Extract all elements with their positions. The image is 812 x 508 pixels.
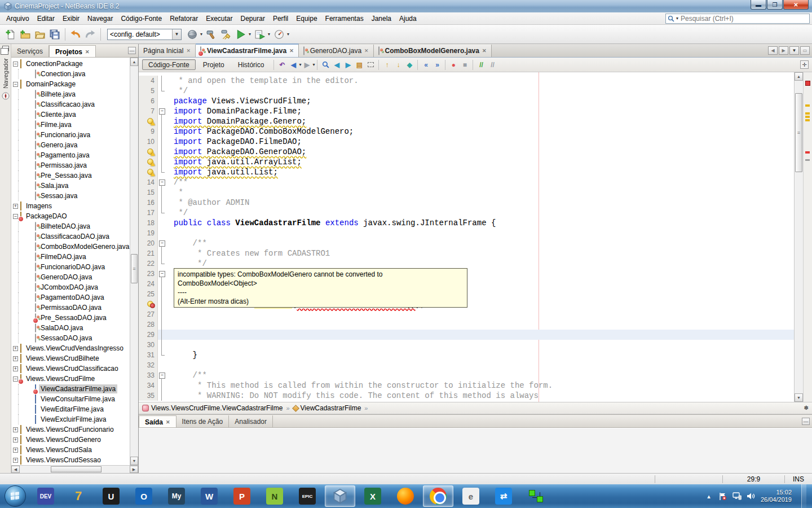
- collapse-handle-icon[interactable]: −: [13, 376, 18, 382]
- menu-refatorar[interactable]: Refatorar: [166, 13, 202, 24]
- editor-tab-comboboxmodelgenero-java[interactable]: ComboBoxModelGenero.java✕: [374, 45, 492, 57]
- app-chrome[interactable]: [423, 485, 453, 507]
- toggle-bookmark-icon[interactable]: ◆: [404, 59, 415, 71]
- tree-item-viewexcluirfilme-java[interactable]: ViewExcluirFilme.java: [11, 414, 138, 424]
- next-occurrence-icon[interactable]: ▶: [342, 59, 354, 71]
- breadcrumb-item[interactable]: ViewCadastrarFilme: [301, 404, 361, 412]
- scroll-right-icon[interactable]: ▶: [130, 466, 138, 473]
- scroll-tabs-right-icon[interactable]: ▶: [779, 46, 788, 55]
- breadcrumb-item[interactable]: Views.ViewsCrudFilme.ViewCadastrarFilme: [151, 404, 283, 412]
- app-mysql-workbench[interactable]: My: [161, 485, 192, 507]
- file-error-status-icon[interactable]: [805, 81, 810, 86]
- code-line-29[interactable]: 29: [139, 330, 794, 340]
- debug-project-button[interactable]: [253, 27, 267, 42]
- menu-perfil[interactable]: Perfil: [269, 13, 292, 24]
- code-line-13[interactable]: import java.util.List;: [139, 167, 794, 177]
- collapse-handle-icon[interactable]: −: [13, 82, 18, 87]
- scroll-left-icon[interactable]: ◀: [11, 466, 20, 473]
- warning-hint-icon[interactable]: [147, 148, 153, 155]
- close-tab-icon[interactable]: ✕: [289, 48, 294, 54]
- forward-dropdown-icon[interactable]: ▾: [312, 63, 315, 67]
- deploy-dropdown-icon[interactable]: ▾: [200, 32, 202, 37]
- code-line-10[interactable]: 10import PackageDAO.FilmeDAO;: [139, 137, 794, 147]
- close-button[interactable]: ✕: [783, 0, 809, 10]
- code-line-31[interactable]: 31 }: [139, 350, 794, 360]
- scrollbar-thumb[interactable]: [131, 254, 138, 283]
- navigator-compass-icon[interactable]: [2, 92, 10, 102]
- code-line-34[interactable]: 34 * This method is called from within t…: [139, 380, 794, 391]
- stop-macro-recording-icon[interactable]: ■: [459, 59, 470, 71]
- error-stripe-mark[interactable]: [805, 151, 810, 154]
- code-line-9[interactable]: 9import PackageDAO.ComboBoxModelGenero;: [139, 126, 794, 137]
- profile-project-button[interactable]: [272, 27, 286, 42]
- restore-button[interactable]: ❐: [767, 0, 783, 10]
- app-unity[interactable]: U: [96, 485, 126, 507]
- close-tab-icon[interactable]: ✕: [166, 419, 170, 425]
- last-edit-position-icon[interactable]: ↶: [276, 59, 288, 71]
- code-line-11[interactable]: import PackageDAO.GeneroDAO;: [139, 147, 794, 157]
- output-tab-sa-da[interactable]: Saída✕: [139, 415, 176, 427]
- toggle-highlight-search-icon[interactable]: ▤: [354, 59, 365, 71]
- code-line-14[interactable]: 14/**: [139, 177, 794, 187]
- config-select[interactable]: <config. default>▼: [107, 29, 182, 40]
- previous-bookmark-icon[interactable]: ↑: [381, 59, 392, 71]
- code-line-27[interactable]: 27: [139, 309, 794, 319]
- app-firefox[interactable]: [390, 485, 421, 507]
- tree-item-pre-sessao-java[interactable]: Pre_Sessao.java: [11, 170, 138, 181]
- editor-vertical-scrollbar[interactable]: ▲ ▼: [794, 72, 803, 402]
- tree-item-viewcadastrarfilme-java[interactable]: ViewCadastrarFilme.java: [11, 384, 138, 394]
- config-dropdown-icon[interactable]: ▼: [172, 29, 181, 40]
- warning-hint-icon[interactable]: [147, 118, 153, 124]
- scroll-up-icon[interactable]: ▲: [795, 72, 803, 81]
- expand-handle-icon[interactable]: +: [13, 437, 18, 443]
- tree-item-filme-java[interactable]: Filme.java: [11, 120, 138, 130]
- tree-item-pagamentodao-java[interactable]: PagamentoDAO.java: [11, 292, 138, 303]
- menu-exibir[interactable]: Exibir: [59, 13, 83, 24]
- tree-item-conectionpackage[interactable]: −ConectionPackage: [11, 59, 138, 69]
- new-project-button[interactable]: [18, 27, 33, 42]
- scroll-down-icon[interactable]: ▼: [795, 393, 803, 402]
- clean-build-project-button[interactable]: [219, 27, 233, 42]
- panel-minimize-icon[interactable]: —: [128, 47, 136, 54]
- menu-equipe[interactable]: Equipe: [292, 13, 321, 24]
- scroll-down-icon[interactable]: ▼: [130, 457, 138, 465]
- menu-depurar[interactable]: Depurar: [237, 13, 269, 24]
- app-excel[interactable]: X: [358, 485, 388, 507]
- expand-handle-icon[interactable]: +: [13, 366, 18, 371]
- app-epic-games[interactable]: EPIC: [292, 485, 323, 507]
- code-line-32[interactable]: 32: [139, 360, 794, 370]
- show-desktop-button[interactable]: [801, 484, 806, 508]
- output-tab-analisador[interactable]: Analisador: [229, 415, 273, 427]
- code-fold-start[interactable]: [158, 370, 166, 380]
- project-tree-horizontal-scrollbar[interactable]: ◀ ▶: [11, 465, 138, 473]
- error-stripe-mark[interactable]: [805, 119, 810, 121]
- close-tab-icon[interactable]: ✕: [186, 48, 191, 54]
- menu-ajuda[interactable]: Ajuda: [395, 13, 421, 24]
- output-minimize-icon[interactable]: —: [802, 418, 810, 425]
- breadcrumb-collapse-icon[interactable]: ✽: [804, 405, 809, 411]
- app-teamviewer[interactable]: ⇄: [488, 485, 519, 507]
- tree-item-bilhetedao-java[interactable]: BilheteDAO.java: [11, 221, 138, 231]
- code-line-28[interactable]: 28: [139, 319, 794, 330]
- app-devcpp[interactable]: DEV: [30, 485, 61, 507]
- menu-editar[interactable]: Editar: [33, 13, 59, 24]
- app-notepadpp[interactable]: N: [259, 485, 290, 507]
- menu-c-digo-fonte[interactable]: Código-Fonte: [117, 13, 166, 24]
- profile-project-dropdown-icon[interactable]: ▾: [287, 32, 289, 37]
- app-netbeans[interactable]: [325, 485, 355, 507]
- view-button-projeto[interactable]: Projeto: [197, 59, 231, 70]
- error-stripe[interactable]: [803, 72, 812, 402]
- tree-item-sessaodao-java[interactable]: SessaoDAO.java: [11, 333, 138, 343]
- uncomment-icon[interactable]: //: [487, 59, 498, 71]
- split-document-icon[interactable]: ✛: [800, 60, 809, 69]
- minimize-button[interactable]: ▬: [751, 0, 766, 10]
- forward-icon[interactable]: ▶: [301, 59, 312, 71]
- tree-item-domainpackage[interactable]: −DomainPackage: [11, 79, 138, 89]
- menu-executar[interactable]: Executar: [202, 13, 236, 24]
- output-tab-itens-de-a-o[interactable]: Itens de Ação: [176, 415, 230, 427]
- code-editor[interactable]: 4 * and open the template in the editor.…: [139, 72, 812, 402]
- panel-tab-servi-os[interactable]: Serviços: [11, 45, 49, 57]
- code-line-18[interactable]: 18public class ViewCadastrarFilme extend…: [139, 218, 794, 228]
- code-line-15[interactable]: 15 *: [139, 187, 794, 198]
- tree-item-permissao-java[interactable]: Permissao.java: [11, 160, 138, 170]
